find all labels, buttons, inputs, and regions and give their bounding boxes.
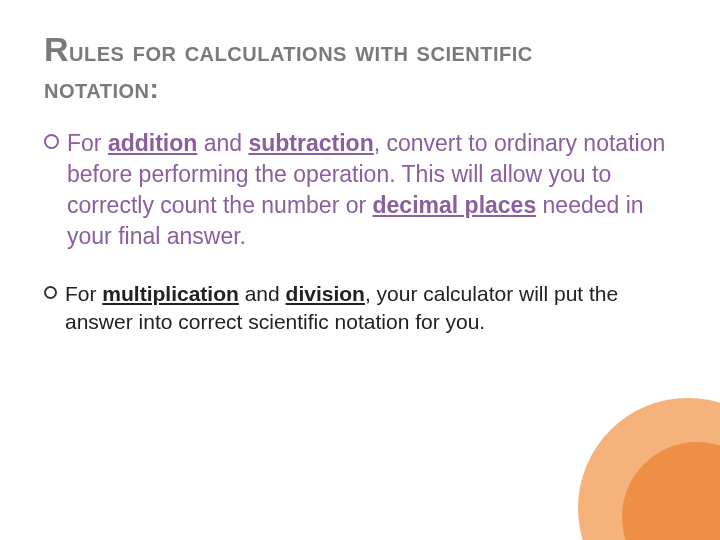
text-emph: addition xyxy=(108,130,197,156)
text-emph: decimal places xyxy=(373,192,537,218)
text-emph: division xyxy=(286,282,365,305)
bullet-list: For addition and subtraction, convert to… xyxy=(44,128,676,337)
bullet-ring-icon xyxy=(44,286,57,299)
title-line2: notation: xyxy=(44,73,159,104)
slide-title: Rules for calculations with scientific n… xyxy=(44,28,676,106)
text-run: For xyxy=(65,282,102,305)
text-emph: subtraction xyxy=(248,130,373,156)
text-run: For xyxy=(67,130,108,156)
bullet-item: For addition and subtraction, convert to… xyxy=(44,128,676,252)
text-emph: multiplication xyxy=(102,282,239,305)
bullet-text: For multiplication and division, your ca… xyxy=(65,280,676,337)
bullet-ring-icon xyxy=(44,134,59,149)
text-run: and xyxy=(239,282,286,305)
title-line1: ules for calculations with scientific xyxy=(69,36,533,67)
title-initial: R xyxy=(44,30,69,68)
bullet-text: For addition and subtraction, convert to… xyxy=(67,128,676,252)
text-run: and xyxy=(197,130,248,156)
bullet-item: For multiplication and division, your ca… xyxy=(44,280,676,337)
